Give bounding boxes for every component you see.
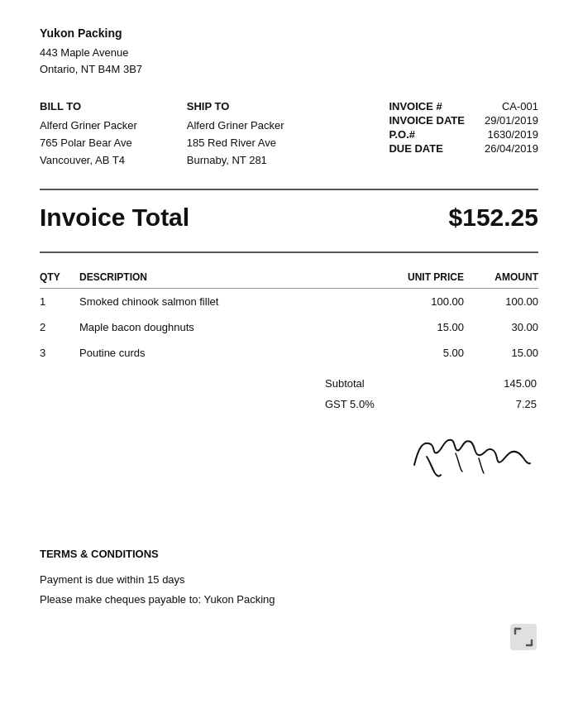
bill-to-addr2: Vancouver, AB T4: [40, 154, 125, 166]
invoice-meta: INVOICE # CA-001 INVOICE DATE 29/01/2019…: [389, 100, 538, 169]
terms-line2: Please make cheques payable to: Yukon Pa…: [40, 590, 538, 609]
invoice-due-label: DUE DATE: [389, 142, 465, 155]
bill-to-label: BILL TO: [40, 100, 137, 113]
row-qty: 1: [40, 289, 79, 315]
row-qty: 2: [40, 314, 79, 340]
row-qty: 3: [40, 340, 79, 366]
bill-ship: BILL TO Alferd Griner Packer 765 Polar B…: [40, 100, 284, 169]
terms-line1: Payment is due within 15 days: [40, 570, 538, 589]
subtotal-value: 145.00: [452, 374, 537, 393]
table-header: QTY DESCRIPTION UNIT PRICE AMOUNT: [40, 266, 538, 289]
main-divider: [40, 189, 538, 190]
row-price: 5.00: [373, 340, 464, 366]
items-table: QTY DESCRIPTION UNIT PRICE AMOUNT 1 Smok…: [40, 266, 538, 366]
signature-area: [40, 424, 538, 481]
invoice-total-label: Invoice Total: [40, 204, 189, 232]
invoice-number-value: CA-001: [485, 100, 538, 113]
row-desc: Poutine curds: [79, 340, 373, 366]
totals-table: Subtotal 145.00 GST 5.0% 7.25: [323, 372, 538, 415]
tax-value: 7.25: [452, 395, 537, 414]
terms-title: TERMS & CONDITIONS: [40, 548, 538, 560]
invoice-total-row: Invoice Total $152.25: [40, 204, 538, 232]
invoice-total-amount: $152.25: [449, 204, 538, 232]
row-desc: Smoked chinook salmon fillet: [79, 289, 373, 315]
bill-to-block: BILL TO Alferd Griner Packer 765 Polar B…: [40, 100, 137, 169]
row-amount: 30.00: [464, 314, 538, 340]
col-header-qty: QTY: [40, 266, 79, 289]
company-address-line2: Ontario, NT B4M 3B7: [40, 61, 538, 78]
col-header-desc: DESCRIPTION: [79, 266, 373, 289]
ship-to-addr2: Burnaby, NT 281: [187, 154, 267, 166]
bill-to-name: Alferd Griner Packer: [40, 119, 137, 132]
row-price: 15.00: [373, 314, 464, 340]
table-row: 3 Poutine curds 5.00 15.00: [40, 340, 538, 366]
svg-rect-0: [510, 624, 537, 650]
corner-bracket-icon: [509, 622, 538, 652]
ship-to-label: SHIP TO: [187, 100, 284, 113]
totals-section: Subtotal 145.00 GST 5.0% 7.25: [40, 372, 538, 415]
invoice-date-value: 29/01/2019: [485, 114, 538, 127]
ship-to-addr1: 185 Red River Ave: [187, 136, 276, 149]
items-divider: [40, 251, 538, 253]
row-amount: 100.00: [464, 289, 538, 315]
signature-image: [406, 424, 538, 481]
subtotal-row: Subtotal 145.00: [325, 374, 537, 393]
row-amount: 15.00: [464, 340, 538, 366]
company-address-line1: 443 Maple Avenue: [40, 45, 538, 61]
subtotal-label: Subtotal: [325, 374, 451, 393]
invoice-due-value: 26/04/2019: [485, 142, 538, 155]
table-row: 2 Maple bacon doughnuts 15.00 30.00: [40, 314, 538, 340]
ship-to-name: Alferd Griner Packer: [187, 119, 284, 132]
col-header-price: UNIT PRICE: [373, 266, 464, 289]
bill-to-addr1: 765 Polar Bear Ave: [40, 136, 132, 149]
header-section: BILL TO Alferd Griner Packer 765 Polar B…: [40, 100, 538, 169]
row-price: 100.00: [373, 289, 464, 315]
bottom-icon-area: [40, 622, 538, 652]
invoice-po-label: P.O.#: [389, 128, 465, 141]
tax-label: GST 5.0%: [325, 395, 451, 414]
row-desc: Maple bacon doughnuts: [79, 314, 373, 340]
invoice-po-value: 1630/2019: [485, 128, 538, 141]
ship-to-block: SHIP TO Alferd Griner Packer 185 Red Riv…: [187, 100, 284, 169]
col-header-amount: AMOUNT: [464, 266, 538, 289]
table-row: 1 Smoked chinook salmon fillet 100.00 10…: [40, 289, 538, 315]
invoice-number-label: INVOICE #: [389, 100, 465, 113]
tax-row: GST 5.0% 7.25: [325, 395, 537, 414]
company-name: Yukon Packing: [40, 26, 538, 40]
terms-section: TERMS & CONDITIONS Payment is due within…: [40, 548, 538, 609]
invoice-date-label: INVOICE DATE: [389, 114, 465, 127]
company-header: Yukon Packing 443 Maple Avenue Ontario, …: [40, 26, 538, 77]
table-body: 1 Smoked chinook salmon fillet 100.00 10…: [40, 289, 538, 366]
